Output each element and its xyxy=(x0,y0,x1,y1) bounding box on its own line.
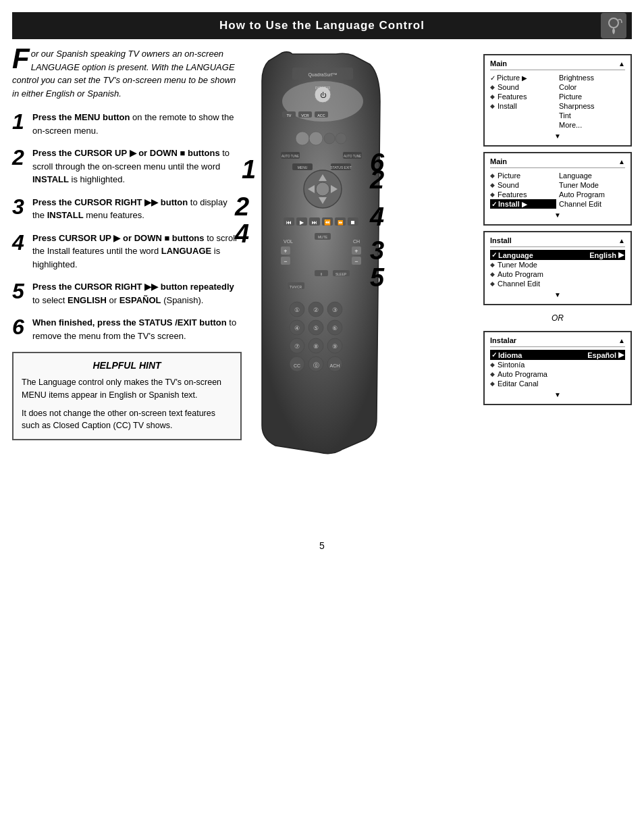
panel-2-val-language: Language xyxy=(559,171,625,180)
diamond-icon: ◆ xyxy=(490,84,495,90)
right-arrow-icon: ▶ xyxy=(522,74,527,82)
panel-1-row-sound: ◆ Sound xyxy=(490,82,556,92)
panel-2-val-tuner: Tuner Mode xyxy=(559,180,625,190)
svg-text:②: ② xyxy=(313,307,319,313)
svg-text:CC: CC xyxy=(294,363,300,368)
panel-1-val-brightness: Brightness xyxy=(559,73,625,82)
panel-2-row-sound: ◆ Sound xyxy=(490,180,556,190)
svg-point-15 xyxy=(324,133,335,144)
diamond-icon: ◆ xyxy=(490,191,495,198)
remote-svg: QuadraSurf™ ⏻ POWER TV VCR ACC xyxy=(255,47,390,493)
svg-text:⓪: ⓪ xyxy=(313,362,319,369)
down-arrow-icon: ▼ xyxy=(554,291,561,298)
svg-text:ACH: ACH xyxy=(330,363,340,368)
svg-point-30 xyxy=(316,182,329,196)
diamond-icon: ◆ xyxy=(490,280,495,287)
panel-1-val-picture: Picture xyxy=(559,92,625,101)
panel-3-row-channel: ◆ Channel Edit xyxy=(490,279,625,288)
panel-4-title: Instalar xyxy=(490,336,516,344)
step-1-text: Press the MENU button on the remote to s… xyxy=(32,111,242,137)
panel-1-val-tint: Tint xyxy=(559,111,625,120)
diamond-icon: ◆ xyxy=(490,182,495,188)
panel-2-row-install-highlighted: ✓ Install ▶ xyxy=(490,199,556,209)
panel-4-row-idioma: ✓ Idioma Español ▶ xyxy=(490,350,625,360)
down-arrow-icon: ▼ xyxy=(554,391,561,398)
svg-text:▶: ▶ xyxy=(300,219,304,226)
panel-4-row-autoprograma: ◆ Auto Programa xyxy=(490,369,625,379)
svg-text:⑨: ⑨ xyxy=(332,343,338,350)
panel-2-row-features: ◆ Features xyxy=(490,190,556,199)
svg-text:II: II xyxy=(321,272,323,276)
step-label-1: 1 xyxy=(242,155,256,184)
step-3: 3 Press the CURSOR RIGHT ▶▶ button to di… xyxy=(12,196,242,222)
svg-text:⏩: ⏩ xyxy=(338,219,344,226)
step-6-number: 6 xyxy=(12,316,27,338)
right-arrow-icon: ▶ xyxy=(618,251,624,259)
step-5-text: Press the CURSOR RIGHT ▶▶ button repeate… xyxy=(32,280,242,307)
step-2-text: Press the CURSOR UP ▶ or DOWN ■ buttons … xyxy=(32,147,242,186)
panel-3-header: Install ▲ xyxy=(490,236,625,247)
check-icon: ✓ xyxy=(491,251,497,259)
step-5-number: 5 xyxy=(12,280,27,302)
panel-2-up-arrow: ▲ xyxy=(618,158,625,165)
language-value-english: English xyxy=(589,251,616,259)
svg-text:①: ① xyxy=(294,307,300,313)
panel-1-up-arrow: ▲ xyxy=(618,60,625,68)
steps-list: 1 Press the MENU button on the remote to… xyxy=(12,111,242,342)
panel-3-row-tuner: ◆ Tuner Mode xyxy=(490,260,625,269)
diamond-icon: ◆ xyxy=(490,271,495,278)
panel-2-val-channel: Channel Edit xyxy=(559,199,625,209)
svg-text:⏭: ⏭ xyxy=(312,219,317,226)
page-number-text: 5 xyxy=(319,540,325,551)
page-header: How to Use the Language Control xyxy=(12,12,632,39)
diamond-icon: ◆ xyxy=(490,261,495,268)
svg-text:MUTE: MUTE xyxy=(318,235,328,239)
hint-para-2: It does not change the other on-screen t… xyxy=(22,407,232,433)
panel-1-row-install: ◆ Install xyxy=(490,101,556,111)
down-arrow-icon: ▼ xyxy=(554,132,561,140)
step-6: 6 When finished, press the STATUS /EXIT … xyxy=(12,316,242,342)
right-arrow-icon: ▶ xyxy=(522,201,527,208)
svg-point-0 xyxy=(609,18,618,28)
panel-1-val-sharpness: Sharpness xyxy=(559,101,625,111)
svg-text:QuadraSurf™: QuadraSurf™ xyxy=(308,72,337,78)
or-divider: OR xyxy=(483,313,632,323)
svg-text:④: ④ xyxy=(294,325,300,332)
panel-3-footer: ▼ xyxy=(490,291,625,298)
right-column: QuadraSurf™ ⏻ POWER TV VCR ACC xyxy=(248,47,632,520)
drop-cap: F xyxy=(12,47,30,70)
hint-title-text: HELPFUL HINT xyxy=(92,360,161,371)
helpful-hint-box: HELPFUL HINT The Language control only m… xyxy=(12,352,242,440)
svg-text:⏮: ⏮ xyxy=(286,219,292,226)
panel-2-title: Main xyxy=(490,157,507,165)
svg-text:⑤: ⑤ xyxy=(313,325,319,332)
down-arrow-icon: ▼ xyxy=(554,211,561,219)
svg-text:⏹: ⏹ xyxy=(350,219,356,226)
svg-point-16 xyxy=(336,133,346,144)
screen-panel-2: Main ▲ ◆ Picture ◆ Sound ◆ xyxy=(483,152,632,226)
svg-text:SLEEP: SLEEP xyxy=(336,272,347,276)
hint-para-1: The Language control only makes the TV's… xyxy=(22,376,232,402)
svg-text:⏻: ⏻ xyxy=(320,92,327,99)
panel-4-footer: ▼ xyxy=(490,391,625,398)
step-2: 2 Press the CURSOR UP ▶ or DOWN ■ button… xyxy=(12,147,242,186)
right-arrow-icon: ▶ xyxy=(618,350,624,359)
main-content: For our Spanish speaking TV owners an on… xyxy=(0,47,644,520)
svg-text:+: + xyxy=(354,248,358,255)
svg-text:MENU: MENU xyxy=(298,165,308,170)
panel-1-header: Main ▲ xyxy=(490,59,625,70)
svg-text:CH: CH xyxy=(353,239,360,244)
svg-text:−: − xyxy=(354,258,358,265)
header-icon xyxy=(601,13,626,38)
diamond-icon: ◆ xyxy=(490,103,495,109)
panel-1-row-features: ◆ Features xyxy=(490,92,556,101)
panel-3-row-auto: ◆ Auto Program xyxy=(490,269,625,279)
svg-point-14 xyxy=(309,132,323,145)
screen-panel-3: Install ▲ ✓ Language English ▶ ◆ Tuner M… xyxy=(483,231,632,305)
svg-point-13 xyxy=(296,132,309,145)
panel-4-row-editarcanal: ◆ Editar Canal xyxy=(490,379,625,388)
svg-text:⑥: ⑥ xyxy=(332,325,338,332)
language-value-espanol: Español xyxy=(587,351,616,359)
diamond-icon: ◆ xyxy=(490,172,495,179)
svg-text:STATUS EXIT: STATUS EXIT xyxy=(330,165,351,170)
